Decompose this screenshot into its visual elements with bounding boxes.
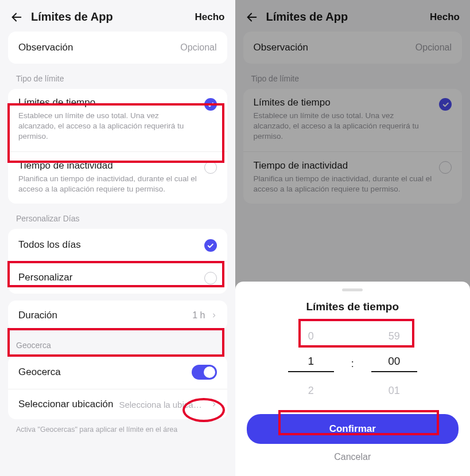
limit-time-title: Límites de tiempo (18, 97, 197, 108)
back-arrow-icon[interactable] (10, 11, 23, 24)
every-day-title: Todos los días (18, 239, 199, 251)
observation-card: Observación Opcional (8, 32, 227, 64)
geofence-title: Geocerca (18, 366, 186, 378)
geofence-footnote: Activa "Geocercas" para aplicar el límit… (0, 419, 235, 434)
custom-days-row[interactable]: Personalizar (8, 261, 227, 294)
select-location-placeholder: Selecciona la ubicaci… (119, 400, 205, 409)
minutes-prev: 59 (389, 330, 400, 342)
limit-time-title: Límites de tiempo (254, 97, 433, 108)
duration-row[interactable]: Duración 1 h (8, 301, 227, 330)
observation-placeholder: Opcional (415, 42, 452, 53)
duration-value: 1 h (192, 310, 205, 321)
observation-card: Observación Opcional (243, 32, 463, 64)
time-separator: : (351, 358, 354, 370)
duration-card: Duración 1 h (8, 301, 227, 330)
geofence-card: Geocerca Seleccionar ubicación Seleccion… (8, 356, 227, 419)
screen-right: Límites de App Hecho Observación Opciona… (235, 0, 471, 476)
hours-column[interactable]: 0 1 2 (288, 330, 334, 397)
limit-type-label: Tipo de límite (235, 64, 471, 89)
custom-days-title: Personalizar (18, 272, 199, 283)
chevron-right-icon (211, 400, 217, 408)
observation-label: Observación (254, 42, 410, 53)
limit-time-desc: Establece un límite de uso total. Una ve… (254, 111, 433, 142)
radio-empty-icon (204, 272, 217, 284)
sheet-title: Límites de tiempo (235, 301, 471, 313)
geofence-toggle-row[interactable]: Geocerca (8, 356, 227, 389)
confirm-button[interactable]: Confirmar (247, 414, 459, 444)
hours-current: 1 (288, 355, 334, 372)
limit-time-desc: Establece un límite de uso total. Una ve… (18, 111, 197, 142)
chevron-right-icon (211, 311, 217, 319)
geofence-toggle[interactable] (192, 365, 217, 380)
select-location-row[interactable]: Seleccionar ubicación Selecciona la ubic… (8, 389, 227, 419)
limit-type-card: Límites de tiempo Establece un límite de… (8, 89, 227, 204)
geofence-label: Geocerca (0, 330, 235, 356)
limit-downtime-title: Tiempo de inactividad (18, 160, 197, 171)
check-icon (204, 239, 217, 252)
done-button[interactable]: Hecho (430, 11, 460, 23)
limit-downtime-row[interactable]: Tiempo de inactividad Planifica un tiemp… (8, 151, 227, 204)
limit-downtime-desc: Planifica un tiempo de inactividad, dura… (254, 174, 433, 194)
check-icon (204, 98, 217, 111)
page-title: Límites de App (266, 10, 422, 24)
time-picker-sheet: Límites de tiempo 0 1 2 : 59 00 01 Confi… (235, 282, 471, 476)
cancel-button[interactable]: Cancelar (235, 452, 471, 462)
observation-row[interactable]: Observación Opcional (243, 32, 463, 64)
limit-downtime-row[interactable]: Tiempo de inactividad Planifica un tiemp… (243, 151, 463, 204)
limit-time-row[interactable]: Límites de tiempo Establece un límite de… (243, 89, 463, 151)
days-card: Todos los días Personalizar (8, 229, 227, 294)
duration-title: Duración (18, 310, 187, 321)
radio-empty-icon (439, 161, 452, 174)
done-button[interactable]: Hecho (195, 11, 225, 23)
minutes-next: 01 (389, 385, 400, 397)
time-picker[interactable]: 0 1 2 : 59 00 01 (235, 330, 471, 397)
screen-left: Límites de App Hecho Observación Opciona… (0, 0, 235, 476)
page-title: Límites de App (31, 10, 187, 24)
observation-row[interactable]: Observación Opcional (8, 32, 227, 64)
limit-downtime-title: Tiempo de inactividad (254, 160, 433, 171)
check-icon (439, 98, 452, 111)
observation-label: Observación (18, 42, 174, 53)
limit-time-row[interactable]: Límites de tiempo Establece un límite de… (8, 89, 227, 151)
limit-type-label: Tipo de límite (0, 64, 235, 89)
radio-empty-icon (204, 161, 217, 174)
hours-next: 2 (308, 385, 314, 397)
select-location-title: Seleccionar ubicación (18, 399, 113, 410)
observation-placeholder: Opcional (180, 42, 216, 53)
sheet-handle[interactable] (342, 288, 363, 291)
hours-prev: 0 (308, 330, 314, 342)
back-arrow-icon[interactable] (246, 11, 258, 24)
topbar: Límites de App Hecho (0, 0, 235, 32)
limit-type-card: Límites de tiempo Establece un límite de… (243, 89, 463, 204)
minutes-column[interactable]: 59 00 01 (371, 330, 417, 397)
every-day-row[interactable]: Todos los días (8, 229, 227, 261)
limit-downtime-desc: Planifica un tiempo de inactividad, dura… (18, 174, 197, 194)
minutes-current: 00 (371, 355, 417, 372)
customize-days-label: Personalizar Días (0, 204, 235, 229)
topbar: Límites de App Hecho (235, 0, 471, 32)
